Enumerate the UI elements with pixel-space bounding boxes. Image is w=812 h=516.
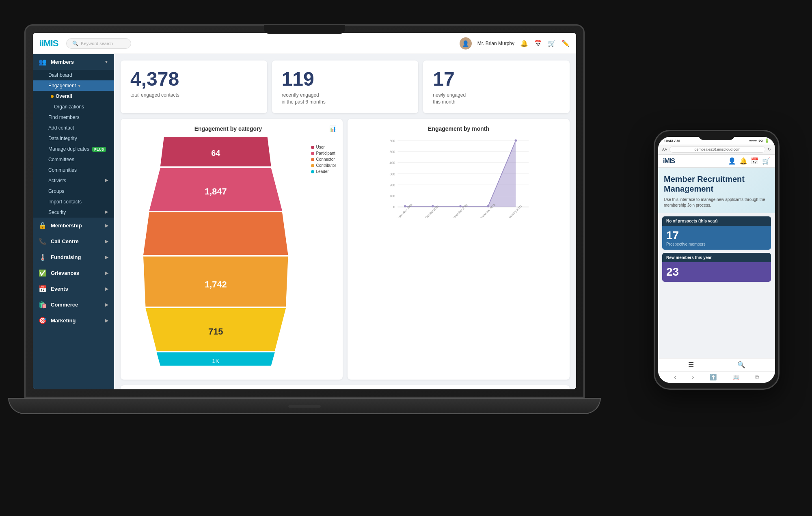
sidebar-item-members[interactable]: 👥 Members ▼ <box>33 54 114 70</box>
sidebar-item-add-contact[interactable]: Add contact <box>33 123 114 133</box>
bell-icon[interactable]: 🔔 <box>520 39 528 47</box>
laptop-trackpad <box>288 405 321 408</box>
sidebar-fundraising-label: Fundraising <box>51 254 81 260</box>
phone-battery-icon: 🔋 <box>764 138 769 143</box>
events-arrow: ▶ <box>105 287 108 291</box>
sidebar-item-organizations[interactable]: Organizations <box>33 101 114 112</box>
tab-by-component[interactable]: By component <box>259 385 302 389</box>
phone-bell-icon[interactable]: 🔔 <box>739 157 747 165</box>
stat-card-recently: 119 recently engagedin the past 6 months <box>272 60 419 113</box>
phone-stat-body-new-members: 23 <box>662 262 771 282</box>
sidebar-item-grievances[interactable]: ✅ Grievances ▶ <box>33 265 114 281</box>
members-icon: 👥 <box>39 58 47 66</box>
sidebar-item-import-contacts[interactable]: Import contacts <box>33 196 114 207</box>
legend-connector: Connector <box>311 157 336 162</box>
phone-screen: 10:43 AM ●●●● 5G 🔋 AA demosales16.imiscl… <box>658 137 775 383</box>
sidebar-item-data-integrity[interactable]: Data integrity <box>33 133 114 144</box>
tab-at-risk-contacts[interactable]: At risk contacts <box>215 385 259 389</box>
tab-top-contacts[interactable]: Top contacts <box>176 385 215 389</box>
sidebar-call-label: Call Centre <box>51 238 79 244</box>
calendar-icon[interactable]: 📅 <box>534 39 542 47</box>
phone-stat-header-new-members: New members this year <box>662 253 771 262</box>
phone-bottom-bar: ☰ 🔍 <box>658 358 775 371</box>
user-name: Mr. Brian Murphy <box>477 41 514 46</box>
membership-icon: 🔒 <box>39 222 47 229</box>
commerce-icon: 🛍️ <box>39 301 47 309</box>
phone-browser-bar: AA demosales16.imiscloud.com ↻ <box>658 145 775 155</box>
sidebar-item-groups[interactable]: Groups <box>33 186 114 196</box>
sidebar-item-engagement[interactable]: Engagement ▼ <box>33 80 114 91</box>
sidebar-item-fundraising[interactable]: 🌡️ Fundraising ▶ <box>33 249 114 265</box>
phone-signal-icon: ●●●● <box>749 139 757 142</box>
sidebar-members-label: Members <box>51 59 74 65</box>
laptop-base <box>8 398 601 414</box>
phone-browser-nav: ‹ › ⬆️ 📖 ⧉ <box>658 371 775 383</box>
phone-calendar-icon[interactable]: 📅 <box>751 157 759 165</box>
phone-forward-icon[interactable]: › <box>692 374 694 381</box>
funnel-chart-icon[interactable]: 📊 <box>329 125 336 132</box>
sidebar-item-membership[interactable]: 🔒 Membership ▶ <box>33 218 114 233</box>
phone-time: 10:43 AM <box>664 139 680 143</box>
laptop-body: iiMIS 🔍 Keyword search 👤 Mr. Brian Murph… <box>24 24 585 398</box>
svg-text:300: 300 <box>389 173 395 176</box>
svg-text:September 2022: September 2022 <box>395 203 413 218</box>
line-chart-title: Engagement by month <box>354 125 563 132</box>
phone-stat-body-prospects: 17 Prospective members <box>662 226 771 250</box>
svg-text:December 2022: December 2022 <box>479 203 496 218</box>
svg-text:600: 600 <box>389 139 395 143</box>
engagement-arrow: ▼ <box>77 84 81 88</box>
sidebar-item-communities[interactable]: Communities <box>33 165 114 175</box>
sidebar-item-overall[interactable]: Overall <box>33 91 114 101</box>
legend-user-dot <box>311 146 314 149</box>
phone-share-icon[interactable]: ⬆️ <box>710 374 717 380</box>
laptop-notch <box>264 25 345 34</box>
sidebar-item-committees[interactable]: Committees <box>33 154 114 165</box>
phone-stat-card-new-members: New members this year 23 <box>662 253 771 282</box>
activists-arrow: ▶ <box>105 178 108 184</box>
svg-text:100: 100 <box>389 194 395 198</box>
svg-text:715: 715 <box>208 327 223 337</box>
phone-cart-icon[interactable]: 🛒 <box>762 157 770 165</box>
events-icon: 📅 <box>39 285 47 293</box>
sidebar-item-commerce[interactable]: 🛍️ Commerce ▶ <box>33 297 114 313</box>
search-bar[interactable]: 🔍 Keyword search <box>66 38 131 49</box>
phone-menu-icon[interactable]: ☰ <box>688 361 694 369</box>
sidebar: 👥 Members ▼ Dashboard Engagement ▼ <box>33 54 114 389</box>
phone-back-icon[interactable]: ‹ <box>674 374 676 381</box>
sidebar-item-dashboard[interactable]: Dashboard <box>33 70 114 80</box>
phone-notch <box>698 131 735 140</box>
phone-url[interactable]: demosales16.imiscloud.com <box>669 146 765 153</box>
phone-search-icon[interactable]: 🔍 <box>737 361 745 369</box>
svg-text:1,847: 1,847 <box>205 186 227 196</box>
sidebar-item-security[interactable]: Security ▶ <box>33 207 114 218</box>
legend-leader-label: Leader <box>316 169 329 174</box>
sidebar-events-label: Events <box>51 286 68 292</box>
legend-participant-label: Participant <box>316 151 335 155</box>
cart-icon[interactable]: 🛒 <box>548 39 556 47</box>
sidebar-item-activists[interactable]: Activists ▶ <box>33 175 114 186</box>
phone-content: iMIS 👤 🔔 📅 🛒 Member Recruitment Manageme… <box>658 155 775 358</box>
phone-tabs-icon[interactable]: ⧉ <box>755 374 759 381</box>
svg-text:500: 500 <box>389 150 395 154</box>
logo-mis: iMIS <box>41 38 58 48</box>
legend-user: User <box>311 145 336 149</box>
phone-header-icons: 👤 🔔 📅 🛒 <box>728 157 770 165</box>
stat-card-newly: 17 newly engagedthis month <box>423 60 570 113</box>
sidebar-item-manage-duplicates[interactable]: Manage duplicates PLUS <box>33 144 114 154</box>
sidebar-item-call-centre[interactable]: 📞 Call Centre ▶ <box>33 233 114 249</box>
laptop-screen: iiMIS 🔍 Keyword search 👤 Mr. Brian Murph… <box>33 33 576 389</box>
browser-refresh-icon[interactable]: ↻ <box>768 147 771 151</box>
phone-book-icon[interactable]: 📖 <box>732 374 739 380</box>
marketing-arrow: ▶ <box>105 318 108 323</box>
svg-point-26 <box>404 205 406 207</box>
funnel-legend: User Participant Connector <box>311 145 336 175</box>
compose-icon[interactable]: ✏️ <box>561 39 570 47</box>
sidebar-members-sub: Dashboard Engagement ▼ Overall Organizat… <box>33 70 114 218</box>
tab-by-member-type[interactable]: By member type <box>127 385 176 389</box>
svg-text:1K: 1K <box>212 358 219 364</box>
sidebar-item-events[interactable]: 📅 Events ▶ <box>33 281 114 297</box>
charts-row: Engagement by category 📊 64 <box>121 119 570 380</box>
sidebar-item-marketing[interactable]: 🎯 Marketing ▶ <box>33 313 114 328</box>
svg-text:64: 64 <box>211 149 220 158</box>
sidebar-item-find-members[interactable]: Find members <box>33 112 114 123</box>
